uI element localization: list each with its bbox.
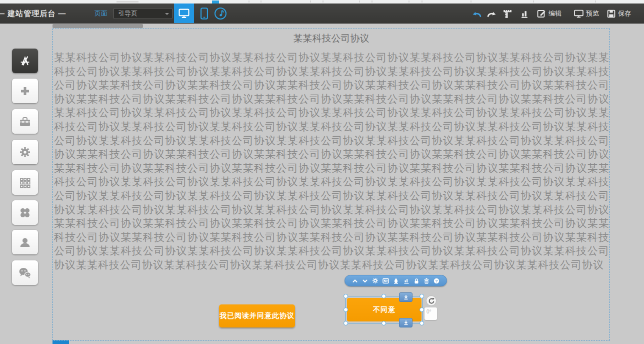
plus-icon	[20, 86, 30, 97]
rotate-icon	[428, 297, 435, 304]
horizontal-scrollbar-thumb[interactable]	[52, 24, 143, 28]
component-settings-button[interactable]	[372, 277, 378, 284]
document-body-text[interactable]: 某某科技公司协议某某科技公司协议某某科技公司协议某某科技公司协议某某科技公司协议…	[54, 51, 610, 272]
top-edge-tick	[260, 1, 262, 3]
top-edge-tick	[372, 1, 372, 3]
resize-handle-bottom-right[interactable]	[420, 321, 424, 325]
move-up-button[interactable]	[352, 278, 358, 284]
save-floppy-icon	[607, 10, 616, 18]
gear-icon	[19, 146, 31, 158]
ruler-button[interactable]	[500, 4, 514, 24]
top-edge-accent-mark	[212, 1, 219, 4]
mobile-icon	[200, 8, 208, 20]
top-edge-tick	[408, 1, 410, 3]
top-edge-tick	[422, 1, 422, 3]
svg-text:?: ?	[435, 278, 438, 283]
sidebar-item-design-tools[interactable]	[12, 49, 38, 73]
help-icon: ?	[434, 278, 440, 284]
background-music-button[interactable]	[212, 4, 229, 24]
move-down-button[interactable]	[362, 278, 368, 284]
device-desktop-button[interactable]	[174, 4, 194, 24]
clover-icon	[19, 207, 31, 219]
component-lock-button[interactable]	[414, 278, 420, 284]
stretch-up-handle[interactable]	[399, 292, 412, 302]
undo-icon	[472, 10, 482, 18]
chevron-up-icon	[352, 278, 358, 284]
resize-handle-top-center[interactable]	[382, 294, 386, 298]
sidebar-item-wechat[interactable]	[12, 260, 38, 285]
agree-button-component[interactable]: 我已阅读并同意此协议	[219, 304, 295, 327]
sidebar-item-settings[interactable]	[12, 140, 38, 164]
agree-button-label: 我已阅读并同意此协议	[220, 311, 294, 320]
top-toolbar: — 建站管理后台 — 页面 引导页	[0, 4, 644, 24]
lock-icon	[414, 278, 420, 284]
top-edge-tick	[248, 1, 250, 3]
chevron-down-icon	[165, 13, 169, 15]
page-selection-frame[interactable]: 某某科技公司协议 某某科技公司协议某某科技公司协议某某科技公司协议某某科技公司协…	[52, 29, 610, 340]
preview-button[interactable]: 预览	[574, 4, 599, 24]
edit-button[interactable]: 编辑	[537, 4, 562, 24]
sidebar-item-account[interactable]	[12, 230, 38, 254]
component-sliders-button[interactable]	[382, 278, 389, 284]
resize-handle-bottom-left[interactable]	[344, 321, 348, 325]
resize-handle-bottom-center[interactable]	[382, 321, 386, 325]
undo-button[interactable]	[470, 4, 483, 24]
stats-icon	[404, 278, 410, 284]
device-mobile-button[interactable]	[196, 4, 212, 24]
component-toolbar: ?	[344, 275, 447, 286]
stats-icon	[520, 10, 529, 18]
component-help-button[interactable]: ?	[434, 278, 440, 284]
app-title: — 建站管理后台 —	[0, 4, 66, 24]
next-section-edge	[52, 340, 69, 344]
top-edge-mark	[116, 1, 138, 3]
stretch-down-handle[interactable]	[399, 318, 412, 327]
sidebar-item-widgets[interactable]	[12, 200, 38, 225]
editor-canvas: 某某科技公司协议 某某科技公司协议某某科技公司协议某某科技公司协议某某科技公司协…	[0, 24, 644, 344]
rotate-component-button[interactable]	[426, 295, 436, 306]
chevron-down-icon	[362, 278, 368, 284]
design-tools-icon	[19, 55, 31, 67]
desktop-icon	[178, 9, 190, 19]
edit-label: 编辑	[548, 9, 562, 18]
sidebar-item-modules[interactable]	[12, 170, 38, 195]
arrow-down-to-bar-icon	[403, 320, 409, 326]
top-edge-tick	[359, 1, 360, 3]
top-edge-tick	[595, 1, 596, 3]
save-button[interactable]: 保存	[607, 4, 631, 24]
resize-handle-middle-right[interactable]	[420, 307, 424, 312]
ruler-icon	[502, 9, 512, 19]
page-dropdown[interactable]: 引导页	[114, 8, 172, 19]
component-stats-button[interactable]	[404, 278, 410, 284]
redo-button[interactable]	[485, 4, 498, 24]
sidebar-item-add[interactable]	[12, 79, 38, 103]
redo-icon	[487, 10, 496, 18]
rotation-angle-readout: 0°	[424, 307, 437, 320]
sliders-icon	[382, 278, 389, 284]
resize-handle-top-left[interactable]	[344, 294, 348, 298]
save-label: 保存	[618, 9, 631, 18]
component-delete-button[interactable]	[424, 278, 430, 284]
top-edge-strip	[0, 0, 644, 4]
page-label: 页面	[94, 4, 108, 24]
disagree-button-label: 不同意	[373, 305, 396, 314]
selected-component-bounds[interactable]: 不同意	[346, 296, 423, 323]
top-edge-tick	[533, 1, 534, 3]
rotation-angle-value: 0°	[426, 309, 432, 314]
resize-handle-middle-left[interactable]	[344, 307, 348, 312]
trash-icon	[424, 278, 430, 284]
page-dropdown-value: 引导页	[118, 10, 138, 17]
grid-icon	[19, 177, 31, 189]
preview-monitor-icon	[574, 10, 584, 18]
stats-button[interactable]	[518, 4, 531, 24]
toolbox-icon	[19, 116, 31, 127]
top-edge-tick	[322, 1, 324, 3]
sidebar-item-toolbox[interactable]	[12, 109, 38, 134]
top-edge-tick	[310, 1, 311, 3]
resize-handle-top-right[interactable]	[420, 294, 424, 298]
component-style-button[interactable]	[393, 278, 399, 284]
preview-label: 预览	[586, 9, 599, 18]
user-icon	[19, 236, 31, 248]
top-edge-tick	[470, 1, 472, 3]
document-title[interactable]: 某某科技公司协议	[53, 32, 610, 45]
wechat-icon	[18, 267, 32, 279]
